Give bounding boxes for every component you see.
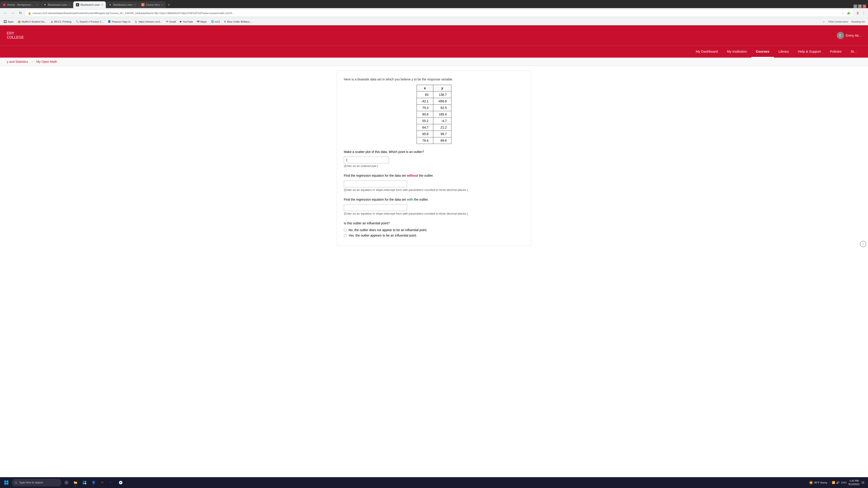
question-4: Is this outlier an influential point? No…: [344, 221, 524, 237]
nav-item-my-institution[interactable]: My Institution: [722, 46, 751, 57]
chevron-up-icon[interactable]: ⌃: [829, 482, 831, 484]
bookmark-label: Blue Collar Brillianc...: [227, 20, 252, 23]
radio-no-label: No, the outlier does not appear to be an…: [348, 228, 427, 232]
svg-rect-2: [4, 483, 6, 485]
col-x-header: x: [416, 85, 433, 92]
bookmark-item[interactable]: 📡https://stream.mc3...: [133, 20, 164, 24]
taskbar-search-text: Type here to search: [19, 481, 43, 484]
taskbar-store[interactable]: [81, 479, 89, 487]
tab-title: Blackboard Learn: [81, 3, 100, 6]
tab-title: Activity - Montgomery County C...: [7, 3, 35, 6]
volume-icon[interactable]: 🔊: [836, 481, 839, 484]
new-tab-button[interactable]: +: [166, 2, 172, 8]
nav-item-my-dashboard[interactable]: My Dashboard: [691, 46, 722, 57]
bookmark-item[interactable]: 🔲Apps: [2, 20, 16, 24]
breadcrumb-myopenmath[interactable]: My Open Math: [36, 60, 57, 64]
svg-rect-8: [65, 483, 66, 484]
table-row: 76.489.6: [416, 137, 452, 144]
forward-button[interactable]: →: [9, 10, 16, 16]
data-table: x y 83138.7-42.1-456.679.362.580.6165.45…: [416, 85, 452, 144]
user-info: E Ereny Ab...: [837, 32, 861, 39]
settings-icon[interactable]: ⋮: [861, 11, 866, 15]
bookmark-favicon: 📡: [134, 20, 138, 23]
profile-icon[interactable]: E: [855, 11, 860, 15]
q1-input[interactable]: [344, 157, 389, 163]
taskbar-teams[interactable]: T: [107, 479, 116, 487]
bookmark-item[interactable]: 📘Pearson Sign In: [106, 20, 132, 24]
bookmark-favicon: 🔲: [4, 20, 7, 23]
bookmark-item[interactable]: 🔍Search // Purdue C...: [74, 20, 105, 24]
table-row: 65.899.7: [416, 131, 452, 137]
notification-number[interactable]: 26: [862, 481, 864, 484]
nav-item-help---support[interactable]: Help & Support: [794, 46, 826, 57]
q3-input[interactable]: [344, 204, 407, 211]
browser-tab-tab1[interactable]: A Activity - Montgomery County C... ✕: [0, 1, 41, 8]
q3-hint: (Enter as an equation in slope-intercept…: [344, 212, 524, 215]
main-content: Here is a bivariate data set in which yo…: [332, 70, 536, 246]
refresh-button[interactable]: ↻: [17, 10, 24, 16]
network-icon[interactable]: 📶: [832, 481, 835, 484]
browser-tab-tab5[interactable]: C Course Hero ✕: [138, 1, 166, 8]
svg-text:T: T: [110, 481, 111, 484]
bookmark-item[interactable]: 🎙Blue Collar Brillianc...: [222, 20, 254, 24]
nav-item-courses[interactable]: Courses: [751, 46, 774, 58]
maximize-button[interactable]: ❐: [858, 4, 862, 8]
reading-list-button[interactable]: Reading list: [850, 20, 866, 24]
tab-close-icon[interactable]: ✕: [134, 4, 136, 6]
bookmark-label: mc3: [215, 20, 220, 23]
table-row: 79.362.5: [416, 105, 452, 111]
bookmark-item[interactable]: 🖨MCCC Printing: [49, 20, 73, 24]
bookmark-favicon: ▶: [180, 20, 182, 23]
radio-no: No, the outlier does not appear to be an…: [344, 228, 524, 232]
taskbar-office[interactable]: W: [98, 479, 107, 487]
browser-tab-tab4[interactable]: B Blackboard Learn ✕: [106, 1, 138, 8]
bookmark-item[interactable]: ✉Gmail: [164, 20, 178, 24]
address-bar[interactable]: 🔒 courses.mc3.edu/webapps/blackboard/con…: [25, 9, 854, 17]
bookmark-item[interactable]: 🏫MyMC3 Student Ho...: [16, 20, 49, 24]
breadcrumb-statistics[interactable]: y and Statistics: [7, 60, 28, 64]
browser-tab-tab3[interactable]: B Blackboard Learn ✕: [73, 1, 106, 8]
radio-no-input[interactable]: [344, 229, 347, 232]
question-2: Find the regression equation for the dat…: [344, 173, 524, 191]
bookmark-item[interactable]: ▶YouTube: [178, 20, 195, 24]
taskbar-edge[interactable]: [90, 479, 98, 487]
tab-favicon: C: [141, 3, 145, 6]
nav-item-library[interactable]: Library: [774, 46, 794, 57]
tab-title: Blackboard Learn: [113, 3, 132, 6]
clock-icon[interactable]: ⏱: [860, 241, 866, 247]
taskbar-search[interactable]: Type here to search: [12, 479, 61, 486]
browser-controls: ← → ↻ 🔒 courses.mc3.edu/webapps/blackboa…: [0, 8, 868, 18]
other-bookmarks-button[interactable]: Other bookmarks: [827, 20, 849, 24]
taskbar-file-explorer[interactable]: [71, 479, 80, 487]
tab-close-icon[interactable]: ✕: [69, 4, 70, 6]
bookmark-star-icon[interactable]: ☆: [840, 11, 845, 15]
table-row: 80.6165.4: [416, 111, 452, 118]
tab-close-icon[interactable]: ✕: [161, 4, 163, 6]
radio-yes-input[interactable]: [344, 234, 347, 237]
breadcrumb-bar: y and Statistics › My Open Math ⏱: [0, 58, 868, 66]
extension-icon[interactable]: 🧩: [846, 11, 851, 15]
browser-tab-tab2[interactable]: B Blackboard Learn ✕: [41, 1, 73, 8]
q2-input[interactable]: [344, 181, 407, 187]
taskbar-chrome[interactable]: [117, 479, 125, 487]
svg-rect-1: [6, 481, 8, 482]
taskbar-clock[interactable]: 1:42 PM 8/13/2021: [848, 479, 860, 486]
q1-hint: (Enter as an ordered pair.): [344, 164, 524, 168]
tab-close-icon[interactable]: ✕: [101, 4, 103, 6]
tab-close-icon[interactable]: ✕: [36, 4, 38, 6]
back-button[interactable]: ←: [2, 10, 8, 16]
bookmarks-bar: 🔲Apps🏫MyMC3 Student Ho...🖨MCCC Printing🔍…: [0, 18, 868, 25]
start-button[interactable]: [2, 478, 11, 487]
bookmark-item[interactable]: 🌐mc3: [209, 20, 222, 24]
minimize-button[interactable]: –: [854, 4, 857, 8]
bookmarks-more-button[interactable]: »: [821, 20, 826, 24]
svg-rect-7: [67, 481, 68, 482]
bookmark-item[interactable]: 🗺Maps: [195, 20, 209, 24]
bookmark-favicon: 🖨: [51, 20, 53, 23]
close-button[interactable]: ✕: [863, 4, 866, 8]
bookmark-label: Pearson Sign In: [112, 20, 130, 23]
nav-item-policies[interactable]: Policies: [826, 46, 846, 57]
nav-item-st---[interactable]: St...: [846, 46, 861, 57]
task-view-button[interactable]: [62, 479, 70, 487]
user-name: Ereny Ab...: [846, 34, 861, 37]
